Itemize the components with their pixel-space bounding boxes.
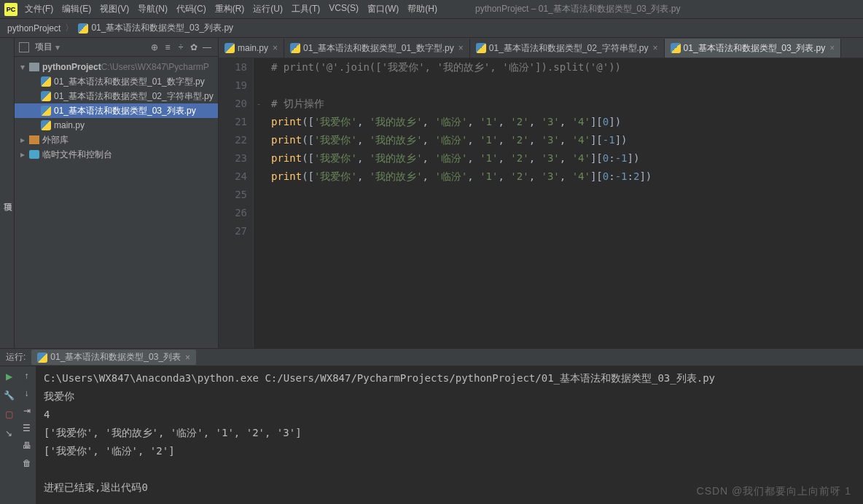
code-line[interactable]: print(['我爱你', '我的故乡', '临汾', '1', '2', '3… [271,113,863,131]
close-icon[interactable]: × [458,43,464,53]
project-tree[interactable]: ▾pythonProject C:\Users\WX847\PycharmP01… [15,57,218,165]
editor-tab[interactable]: main.py× [219,39,284,58]
line-number: 26 [219,204,247,222]
fold-marker[interactable] [254,168,264,186]
locate-icon[interactable]: ⊕ [148,41,161,54]
breadcrumb-file[interactable]: 01_基本语法和数据类型_03_列表.py [91,22,233,34]
python-file-icon [78,23,88,34]
tree-file[interactable]: 01_基本语法和数据类型_01_数字型.py [15,74,218,89]
stop-icon[interactable]: ▢ [3,409,15,420]
fold-marker[interactable] [254,76,264,95]
editor-tab[interactable]: 01_基本语法和数据类型_01_数字型.py× [284,39,470,58]
tree-scratches[interactable]: ▸临时文件和控制台 [15,147,218,162]
code-line[interactable] [271,222,863,240]
tree-root[interactable]: ▾pythonProject C:\Users\WX847\PycharmP [15,60,218,74]
line-number: 21 [219,113,247,131]
python-file-icon [476,43,486,53]
python-file-icon [224,43,235,53]
fold-marker[interactable] [254,131,264,149]
project-tool-window: 项目 ▾ ⊕ ≡ ÷ ✿ — ▾pythonProject C:\Users\W… [15,38,219,348]
menu-item[interactable]: 窗口(W) [367,3,399,15]
code-line[interactable]: print(['我爱你', '我的故乡', '临汾', '1', '2', '3… [271,168,863,186]
editor-tab[interactable]: 01_基本语法和数据类型_02_字符串型.py× [470,39,665,58]
run-config-tab[interactable]: 01_基本语法和数据类型_03_列表× [31,350,196,365]
line-number: 22 [219,131,247,149]
python-file-icon [290,43,300,53]
menu-item[interactable]: 编辑(E) [62,3,91,15]
line-number: 25 [219,186,247,204]
project-panel-header: 项目 ▾ ⊕ ≡ ÷ ✿ — [15,38,218,57]
expand-icon[interactable]: ≡ [161,41,174,54]
menu-item[interactable]: 代码(C) [176,3,206,15]
editor-area: main.py×01_基本语法和数据类型_01_数字型.py×01_基本语法和数… [219,38,863,348]
menu-item[interactable]: VCS(S) [329,3,359,15]
fold-marker[interactable] [254,222,264,240]
tree-file[interactable]: 01_基本语法和数据类型_03_列表.py [15,103,218,118]
editor-tab[interactable]: 01_基本语法和数据类型_03_列表.py× [665,39,842,58]
code-line[interactable]: # print('@'.join(['我爱你', '我的故乡', '临汾']).… [271,58,863,76]
code-line[interactable]: print(['我爱你', '我的故乡', '临汾', '1', '2', '3… [271,149,863,168]
menu-bar: PC 文件(F)编辑(E)视图(V)导航(N)代码(C)重构(R)运行(U)工具… [0,0,863,19]
project-panel-title: 项目 [35,41,52,53]
run-tool-window: 运行: 01_基本语法和数据类型_03_列表× ▶ 🔧 ▢ ↘ ↑ ↓ ⇥ ☰ … [0,348,863,504]
down-icon[interactable]: ↓ [25,388,29,398]
editor-tab-bar: main.py×01_基本语法和数据类型_01_数字型.py×01_基本语法和数… [219,38,863,58]
up-icon[interactable]: ↑ [25,371,29,381]
collapse-icon[interactable]: ÷ [174,41,187,54]
code-line[interactable] [271,186,863,204]
line-number: 24 [219,168,247,186]
hide-icon[interactable]: — [200,41,214,54]
code-line[interactable]: # 切片操作 [271,95,863,113]
trash-icon[interactable]: 🗑 [23,458,31,468]
fold-marker[interactable] [254,58,264,76]
run-header: 运行: 01_基本语法和数据类型_03_列表× [0,349,863,366]
fold-marker[interactable] [254,113,264,131]
menu-item[interactable]: 导航(N) [138,3,168,15]
soft-wrap-icon[interactable]: ⇥ [23,406,31,416]
project-icon [19,42,29,52]
line-number: 18 [219,58,247,76]
line-number: 19 [219,76,247,95]
code-line[interactable] [271,76,863,95]
print-icon[interactable]: 🖶 [23,441,31,451]
tree-ext-libs[interactable]: ▸外部库 [15,133,218,147]
exit-icon[interactable]: ↘ [3,428,15,439]
wrench-icon[interactable]: 🔧 [3,390,15,401]
close-icon[interactable]: × [829,43,835,53]
code-content[interactable]: # print('@'.join(['我爱你', '我的故乡', '临汾']).… [264,58,863,348]
line-number: 27 [219,222,247,240]
run-toolbar-left: ▶ 🔧 ▢ ↘ [0,366,17,504]
fold-gutter[interactable]: - [254,58,264,348]
code-editor[interactable]: 18192021222324252627 - # print('@'.join(… [219,58,863,348]
menu-item[interactable]: 视图(V) [100,3,129,15]
line-number-gutter: 18192021222324252627 [219,58,254,348]
line-number: 20 [219,95,247,113]
python-file-icon [671,43,681,53]
close-icon[interactable]: × [273,43,278,53]
run-console[interactable]: C:\Users\WX847\Anaconda3\python.exe C:/U… [36,366,863,504]
fold-marker[interactable] [254,149,264,168]
tree-file[interactable]: main.py [15,118,218,133]
scroll-icon[interactable]: ☰ [23,423,31,433]
menu-item[interactable]: 文件(F) [25,3,53,15]
settings-icon[interactable]: ✿ [187,41,200,54]
close-icon[interactable]: × [185,353,190,363]
fold-marker[interactable]: - [254,95,264,113]
rerun-icon[interactable]: ▶ [3,371,15,382]
run-toolbar-left2: ↑ ↓ ⇥ ☰ 🖶 🗑 [17,366,36,504]
menu-item[interactable]: 重构(R) [215,3,245,15]
app-logo: PC [4,3,17,16]
fold-marker[interactable] [254,186,264,204]
code-line[interactable]: print(['我爱你', '我的故乡', '临汾', '1', '2', '3… [271,131,863,149]
fold-marker[interactable] [254,204,264,222]
sidebar-project-tab[interactable]: 项目 [0,38,15,348]
breadcrumb-project[interactable]: pythonProject [7,23,60,34]
menu-item[interactable]: 帮助(H) [407,3,437,15]
breadcrumb: pythonProject 〉 01_基本语法和数据类型_03_列表.py [0,19,863,38]
tree-file[interactable]: 01_基本语法和数据类型_02_字符串型.py [15,89,218,103]
menu-item[interactable]: 运行(U) [253,3,283,15]
python-file-icon [37,353,47,363]
menu-item[interactable]: 工具(T) [292,3,320,15]
close-icon[interactable]: × [653,43,658,53]
code-line[interactable] [271,204,863,222]
